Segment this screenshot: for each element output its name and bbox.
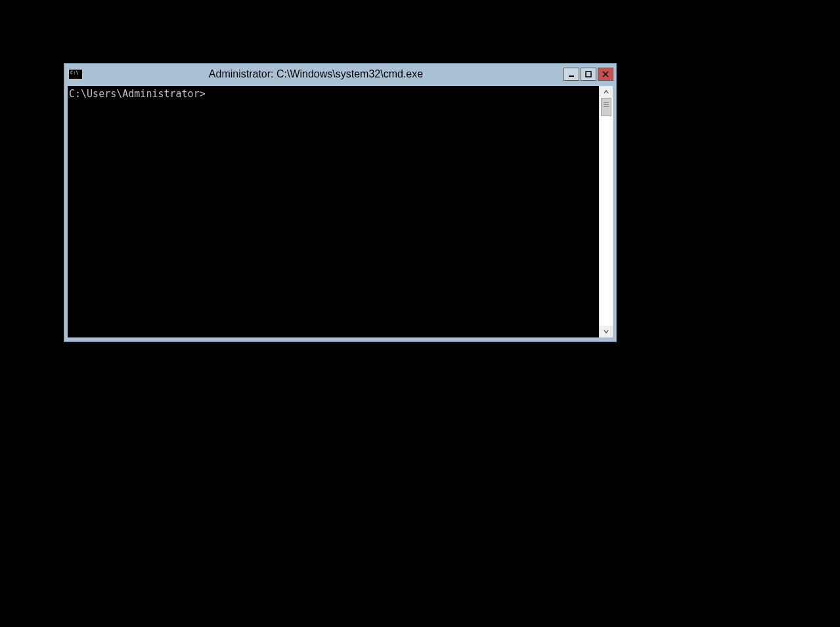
vertical-scrollbar[interactable] bbox=[599, 86, 613, 337]
cmd-window: Administrator: C:\Windows\system32\cmd.e… bbox=[64, 63, 617, 342]
scroll-up-button[interactable] bbox=[600, 86, 613, 98]
titlebar[interactable]: Administrator: C:\Windows\system32\cmd.e… bbox=[64, 64, 616, 85]
scroll-track[interactable] bbox=[600, 98, 613, 326]
prompt-text: C:\Users\Administrator> bbox=[69, 88, 206, 100]
maximize-button[interactable] bbox=[581, 68, 596, 81]
window-buttons bbox=[564, 68, 613, 81]
close-button[interactable] bbox=[598, 68, 613, 81]
chevron-down-icon bbox=[603, 328, 609, 335]
window-title: Administrator: C:\Windows\system32\cmd.e… bbox=[87, 68, 545, 80]
console-output[interactable]: C:\Users\Administrator> bbox=[68, 86, 599, 337]
scroll-down-button[interactable] bbox=[600, 326, 613, 337]
scroll-thumb[interactable] bbox=[601, 98, 611, 116]
svg-rect-0 bbox=[569, 76, 574, 77]
minimize-icon bbox=[568, 71, 575, 77]
maximize-icon bbox=[585, 71, 592, 77]
cmd-icon bbox=[68, 69, 83, 79]
svg-rect-1 bbox=[586, 72, 591, 77]
close-icon bbox=[602, 71, 609, 77]
chevron-up-icon bbox=[603, 89, 609, 95]
minimize-button[interactable] bbox=[564, 68, 579, 81]
client-area: C:\Users\Administrator> bbox=[68, 86, 613, 337]
